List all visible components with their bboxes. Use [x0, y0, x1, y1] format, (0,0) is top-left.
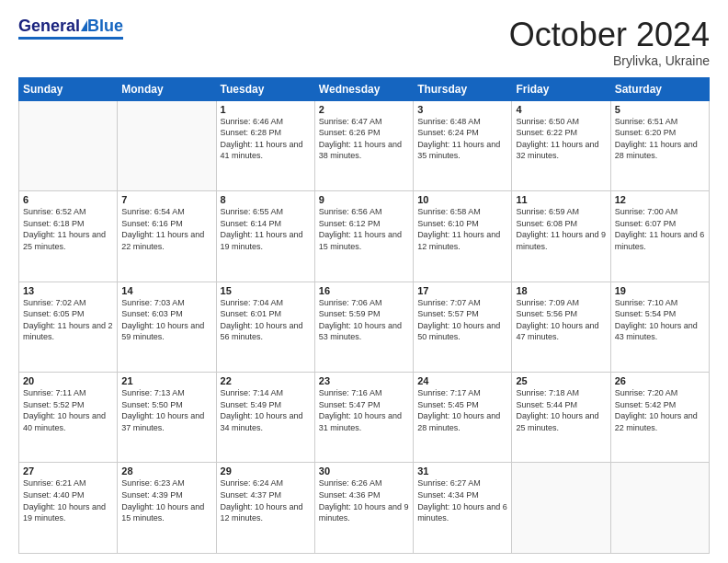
calendar-cell: 22Sunrise: 7:14 AMSunset: 5:49 PMDayligh…: [216, 373, 314, 463]
calendar-week-4: 20Sunrise: 7:11 AMSunset: 5:52 PMDayligh…: [19, 373, 710, 463]
calendar-cell: 23Sunrise: 7:16 AMSunset: 5:47 PMDayligh…: [314, 373, 413, 463]
calendar-cell: 13Sunrise: 7:02 AMSunset: 6:05 PMDayligh…: [19, 282, 118, 372]
calendar-cell: 9Sunrise: 6:56 AMSunset: 6:12 PMDaylight…: [314, 191, 413, 282]
day-number: 14: [121, 285, 211, 296]
day-number: 1: [221, 104, 311, 115]
calendar-table: SundayMondayTuesdayWednesdayThursdayFrid…: [18, 77, 710, 554]
day-info: Sunrise: 7:04 AMSunset: 6:01 PMDaylight:…: [221, 297, 311, 343]
day-number: 21: [121, 375, 211, 386]
calendar-cell: 18Sunrise: 7:09 AMSunset: 5:56 PMDayligh…: [512, 282, 610, 372]
day-info: Sunrise: 7:02 AMSunset: 6:05 PMDaylight:…: [23, 297, 113, 343]
calendar-cell: 5Sunrise: 6:51 AMSunset: 6:20 PMDaylight…: [610, 100, 709, 190]
day-info: Sunrise: 6:50 AMSunset: 6:22 PMDaylight:…: [516, 116, 606, 162]
day-number: 3: [417, 104, 507, 115]
calendar-cell: 14Sunrise: 7:03 AMSunset: 6:03 PMDayligh…: [118, 282, 216, 372]
day-info: Sunrise: 6:47 AMSunset: 6:26 PMDaylight:…: [319, 116, 409, 162]
calendar-cell: 26Sunrise: 7:20 AMSunset: 5:42 PMDayligh…: [610, 373, 709, 463]
day-number: 18: [516, 285, 606, 296]
day-number: 28: [121, 465, 211, 477]
header: General Blue October 2024 Brylivka, Ukra…: [18, 17, 710, 68]
day-info: Sunrise: 7:00 AMSunset: 6:07 PMDaylight:…: [615, 206, 705, 252]
calendar-cell: [512, 463, 610, 554]
day-info: Sunrise: 7:20 AMSunset: 5:42 PMDaylight:…: [615, 387, 705, 433]
calendar-header-monday: Monday: [118, 77, 216, 100]
day-info: Sunrise: 7:13 AMSunset: 5:50 PMDaylight:…: [121, 387, 211, 433]
day-number: 5: [615, 104, 705, 115]
day-info: Sunrise: 7:09 AMSunset: 5:56 PMDaylight:…: [516, 297, 606, 343]
day-info: Sunrise: 7:10 AMSunset: 5:54 PMDaylight:…: [615, 297, 705, 343]
day-info: Sunrise: 6:54 AMSunset: 6:16 PMDaylight:…: [121, 206, 211, 252]
day-number: 11: [516, 194, 606, 205]
calendar-cell: 16Sunrise: 7:06 AMSunset: 5:59 PMDayligh…: [314, 282, 413, 372]
logo-underline: [18, 37, 123, 40]
calendar-header-row: SundayMondayTuesdayWednesdayThursdayFrid…: [19, 77, 710, 100]
calendar-cell: 17Sunrise: 7:07 AMSunset: 5:57 PMDayligh…: [414, 282, 512, 372]
day-number: 15: [221, 285, 311, 296]
logo-blue-text: Blue: [87, 17, 123, 36]
day-number: 25: [516, 375, 606, 386]
calendar-week-2: 6Sunrise: 6:52 AMSunset: 6:18 PMDaylight…: [19, 191, 710, 282]
day-info: Sunrise: 7:17 AMSunset: 5:45 PMDaylight:…: [417, 387, 507, 433]
calendar-header-friday: Friday: [512, 77, 610, 100]
day-info: Sunrise: 6:23 AMSunset: 4:39 PMDaylight:…: [121, 477, 211, 523]
calendar-header-wednesday: Wednesday: [314, 77, 413, 100]
day-number: 27: [23, 465, 113, 477]
page: General Blue October 2024 Brylivka, Ukra…: [0, 0, 728, 563]
calendar-week-1: 1Sunrise: 6:46 AMSunset: 6:28 PMDaylight…: [19, 100, 710, 190]
day-info: Sunrise: 6:58 AMSunset: 6:10 PMDaylight:…: [417, 206, 507, 252]
calendar-cell: 2Sunrise: 6:47 AMSunset: 6:26 PMDaylight…: [314, 100, 413, 190]
day-number: 17: [417, 285, 507, 296]
day-number: 19: [615, 285, 705, 296]
day-number: 13: [23, 285, 113, 296]
day-info: Sunrise: 7:14 AMSunset: 5:49 PMDaylight:…: [221, 387, 311, 433]
day-info: Sunrise: 6:46 AMSunset: 6:28 PMDaylight:…: [221, 116, 311, 162]
calendar-cell: 7Sunrise: 6:54 AMSunset: 6:16 PMDaylight…: [118, 191, 216, 282]
calendar-cell: 1Sunrise: 6:46 AMSunset: 6:28 PMDaylight…: [216, 100, 314, 190]
calendar-cell: 4Sunrise: 6:50 AMSunset: 6:22 PMDaylight…: [512, 100, 610, 190]
day-number: 31: [417, 465, 507, 477]
calendar-cell: 24Sunrise: 7:17 AMSunset: 5:45 PMDayligh…: [414, 373, 512, 463]
calendar-week-5: 27Sunrise: 6:21 AMSunset: 4:40 PMDayligh…: [19, 463, 710, 554]
day-info: Sunrise: 6:51 AMSunset: 6:20 PMDaylight:…: [615, 116, 705, 162]
day-number: 7: [121, 194, 211, 205]
calendar-cell: 30Sunrise: 6:26 AMSunset: 4:36 PMDayligh…: [314, 463, 413, 554]
logo-top: General Blue: [18, 17, 123, 36]
day-number: 20: [23, 375, 113, 386]
subtitle: Brylivka, Ukraine: [509, 53, 710, 68]
day-info: Sunrise: 7:16 AMSunset: 5:47 PMDaylight:…: [319, 387, 409, 433]
day-info: Sunrise: 6:56 AMSunset: 6:12 PMDaylight:…: [319, 206, 409, 252]
day-info: Sunrise: 6:59 AMSunset: 6:08 PMDaylight:…: [516, 206, 606, 252]
calendar-header-sunday: Sunday: [19, 77, 118, 100]
day-number: 10: [417, 194, 507, 205]
day-info: Sunrise: 6:55 AMSunset: 6:14 PMDaylight:…: [221, 206, 311, 252]
day-number: 26: [615, 375, 705, 386]
day-info: Sunrise: 6:48 AMSunset: 6:24 PMDaylight:…: [417, 116, 507, 162]
calendar-week-3: 13Sunrise: 7:02 AMSunset: 6:05 PMDayligh…: [19, 282, 710, 372]
calendar-cell: 3Sunrise: 6:48 AMSunset: 6:24 PMDaylight…: [414, 100, 512, 190]
calendar-header-saturday: Saturday: [610, 77, 709, 100]
day-number: 9: [319, 194, 409, 205]
day-number: 8: [221, 194, 311, 205]
calendar-header-thursday: Thursday: [414, 77, 512, 100]
logo: General Blue: [18, 17, 123, 40]
calendar-cell: 15Sunrise: 7:04 AMSunset: 6:01 PMDayligh…: [216, 282, 314, 372]
day-number: 6: [23, 194, 113, 205]
calendar-cell: [610, 463, 709, 554]
day-info: Sunrise: 7:18 AMSunset: 5:44 PMDaylight:…: [516, 387, 606, 433]
calendar-cell: 20Sunrise: 7:11 AMSunset: 5:52 PMDayligh…: [19, 373, 118, 463]
day-number: 4: [516, 104, 606, 115]
logo-general-text: General: [18, 17, 80, 36]
day-number: 22: [221, 375, 311, 386]
calendar-cell: 6Sunrise: 6:52 AMSunset: 6:18 PMDaylight…: [19, 191, 118, 282]
day-info: Sunrise: 7:06 AMSunset: 5:59 PMDaylight:…: [319, 297, 409, 343]
day-number: 16: [319, 285, 409, 296]
day-number: 29: [221, 465, 311, 477]
day-number: 2: [319, 104, 409, 115]
calendar-cell: 12Sunrise: 7:00 AMSunset: 6:07 PMDayligh…: [610, 191, 709, 282]
month-title: October 2024: [509, 17, 710, 53]
logo-arrow-icon: [81, 20, 87, 31]
calendar-cell: 19Sunrise: 7:10 AMSunset: 5:54 PMDayligh…: [610, 282, 709, 372]
day-number: 30: [319, 465, 409, 477]
calendar-cell: 27Sunrise: 6:21 AMSunset: 4:40 PMDayligh…: [19, 463, 118, 554]
calendar-cell: 28Sunrise: 6:23 AMSunset: 4:39 PMDayligh…: [118, 463, 216, 554]
